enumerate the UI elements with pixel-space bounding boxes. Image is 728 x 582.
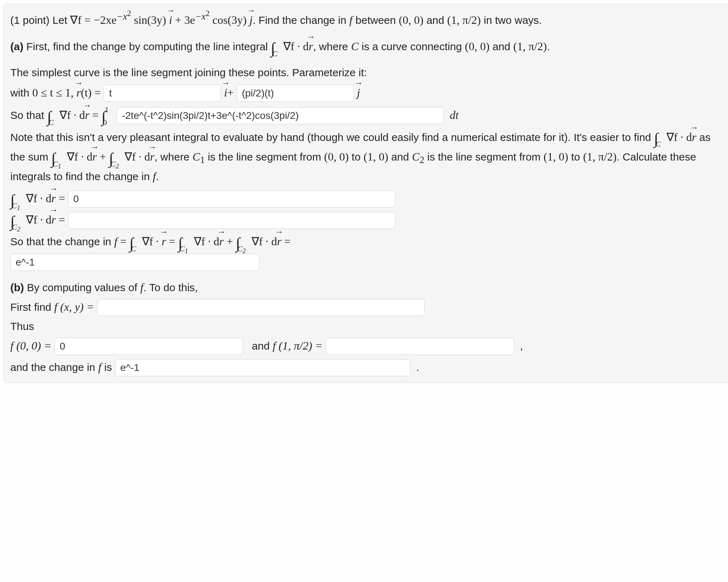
c1-integral-line: ∫C1 ∇f · dr =: [10, 189, 724, 208]
note-text: Note that this isn't a very pleasant int…: [10, 127, 724, 185]
integrand-input[interactable]: [117, 107, 444, 124]
f00-input[interactable]: [54, 338, 243, 355]
first-find-line: First find f (x, y) =: [10, 298, 724, 316]
change-sum-input[interactable]: [10, 254, 259, 271]
parameterize-line: with 0 ≤ t ≤ 1, r(t) = i+ j: [10, 83, 724, 102]
fxy-input[interactable]: [97, 299, 424, 316]
f1pi2-input[interactable]: [326, 338, 514, 355]
problem-intro: (1 point) Let ∇f = −2xe−x2 sin(3y) i + 3…: [10, 7, 724, 29]
change-final-line: and the change in f is .: [10, 358, 724, 376]
problem-panel: (1 point) Let ∇f = −2xe−x2 sin(3y) i + 3…: [4, 4, 728, 383]
thus-line: Thus: [10, 318, 724, 335]
f-values-line: f (0, 0) = and f (1, π/2) = ,: [10, 337, 724, 355]
r-j-component-input[interactable]: [237, 85, 354, 102]
part-a: (a) First, find the change by computing …: [10, 37, 724, 56]
c2-integral-line: ∫C2 ∇f · dr =: [10, 210, 724, 230]
part-b: (b) By computing values of f. To do this…: [10, 279, 724, 297]
r-i-component-input[interactable]: [104, 85, 221, 102]
change-final-input[interactable]: [115, 359, 410, 376]
so-that-change-line: So that the change in f = ∫C ∇f · r = ∫C…: [10, 232, 724, 251]
c1-integral-input[interactable]: [68, 190, 395, 208]
simplest-curve-text: The simplest curve is the line segment j…: [10, 64, 724, 81]
change-sum-input-line: [10, 254, 724, 271]
so-that-integral-line: So that ∫C ∇f · dr = ∫01 dt: [10, 105, 724, 125]
c2-integral-input[interactable]: [68, 212, 395, 229]
